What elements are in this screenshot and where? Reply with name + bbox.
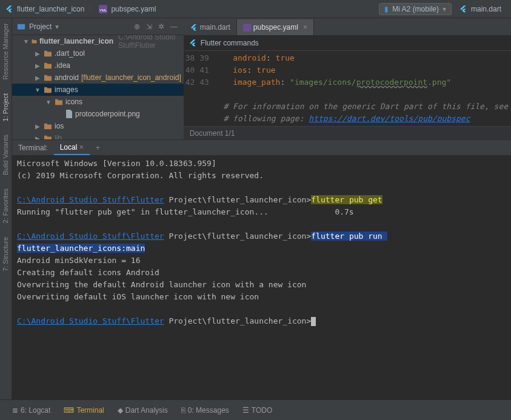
tree-root[interactable]: ▼flutter_launcher_iconC:\Android Studio … (12, 35, 184, 47)
project-view-icon (17, 22, 25, 31)
terminal-tab-label: Local (60, 143, 78, 152)
left-tab-favorites[interactable]: 2: Favorites (0, 184, 11, 228)
flutter-commands-label: Flutter commands (201, 39, 259, 47)
left-tool-window-bar: Resource Manager 1: Project Build Varian… (0, 18, 12, 399)
todo-icon: ☰ (242, 406, 249, 415)
flutter-icon (189, 39, 197, 47)
svg-rect-2 (18, 24, 25, 29)
main-area: Project ▾ ⊕ ⇲ ✲ — ▼flutter_launcher_icon… (12, 18, 511, 399)
editor-tab[interactable]: pubspec.yaml× (237, 19, 314, 35)
code-editor[interactable]: 38 39 40 41 42 43 android: true ios: tru… (184, 51, 511, 126)
project-view-dropdown[interactable]: Project (29, 22, 52, 31)
navigation-bar: flutter_launcher_icon 〉 YML pubspec.yaml… (0, 0, 511, 18)
upper-split: Project ▾ ⊕ ⇲ ✲ — ▼flutter_launcher_icon… (12, 18, 511, 139)
bottom-tab[interactable]: ⌨Terminal (58, 404, 110, 417)
terminal-tool-window: Terminal: Local × + Microsoft Windows [V… (12, 139, 511, 399)
breadcrumb-separator: 〉 (88, 4, 95, 14)
left-tab-build-variants[interactable]: Build Variants (0, 130, 11, 180)
project-tree[interactable]: ▼flutter_launcher_iconC:\Android Studio … (12, 35, 184, 139)
left-tab-project[interactable]: 1: Project (0, 88, 11, 126)
project-tool-window: Project ▾ ⊕ ⇲ ✲ — ▼flutter_launcher_icon… (12, 18, 184, 139)
phone-icon: ▮ (384, 5, 389, 13)
close-icon[interactable]: × (79, 143, 84, 152)
flutter-commands-bar[interactable]: Flutter commands (184, 35, 511, 51)
locate-icon[interactable]: ⊕ (133, 21, 141, 32)
tree-item[interactable]: ▶ios (12, 120, 184, 132)
tree-item[interactable]: ▼images (12, 84, 184, 96)
svg-text:YML: YML (99, 7, 107, 12)
terminal-tab-local[interactable]: Local × (54, 141, 90, 155)
settings-icon[interactable]: ✲ (157, 21, 165, 32)
terminal-output[interactable]: Microsoft Windows [Version 10.0.18363.95… (12, 155, 511, 399)
chevron-down-icon: ▾ (443, 5, 446, 13)
collapse-icon[interactable]: ⇲ (145, 21, 153, 32)
terminal-icon: ⌨ (64, 406, 74, 415)
editor-status-strip: Document 1/1 (184, 126, 511, 139)
breadcrumb-file[interactable]: pubspec.yaml (111, 5, 156, 13)
breadcrumb[interactable]: flutter_launcher_icon 〉 YML pubspec.yaml (5, 4, 379, 14)
left-tab-resource-manager[interactable]: Resource Manager (0, 18, 11, 85)
messages-icon: ⎘ (181, 406, 185, 415)
run-config-dropdown[interactable]: main.dart (454, 4, 506, 15)
tree-item[interactable]: ▶.idea (12, 59, 184, 72)
yaml-file-icon: YML (99, 5, 107, 13)
project-header: Project ▾ ⊕ ⇲ ✲ — (12, 18, 184, 35)
flutter-icon (5, 5, 13, 13)
breadcrumb-project[interactable]: flutter_launcher_icon (17, 5, 84, 13)
code-content[interactable]: android: true ios: true image_path: "ima… (214, 51, 511, 126)
bottom-tab[interactable]: ☰TODO (236, 404, 278, 417)
new-terminal-button[interactable]: + (90, 144, 106, 152)
editor-pane: main.dartpubspec.yaml× Flutter commands … (184, 18, 511, 139)
bottom-tab[interactable]: ≣6: Logcat (6, 404, 56, 417)
run-config-label: main.dart (471, 5, 501, 13)
svg-rect-3 (243, 24, 251, 32)
bottom-tab[interactable]: ◆Dart Analysis (112, 404, 174, 417)
editor-tab[interactable]: main.dart (184, 19, 237, 35)
terminal-title: Terminal: (12, 141, 54, 155)
document-counter: Document 1/1 (190, 129, 235, 138)
tree-item[interactable]: ▶android [flutter_launcher_icon_android] (12, 72, 184, 84)
device-selector-dropdown[interactable]: ▮ Mi A2 (mobile) ▾ (379, 3, 452, 15)
tree-item[interactable]: ▼icons (12, 96, 184, 108)
editor-tabs: main.dartpubspec.yaml× (184, 18, 511, 35)
bottom-tool-window-bar: ≣6: Logcat⌨Terminal◆Dart Analysis⎘0: Mes… (0, 399, 511, 420)
close-icon[interactable]: × (303, 23, 307, 32)
device-label: Mi A2 (mobile) (392, 5, 439, 13)
logcat-icon: ≣ (12, 406, 18, 415)
tree-item[interactable]: ▶lib (12, 132, 184, 139)
line-gutter: 38 39 40 41 42 43 (184, 51, 214, 126)
left-tab-structure[interactable]: 7: Structure (0, 232, 11, 276)
chevron-down-icon: ▾ (55, 22, 59, 31)
bottom-tab[interactable]: ⎘0: Messages (175, 404, 235, 417)
dart-icon: ◆ (118, 406, 123, 415)
hide-icon[interactable]: — (169, 21, 179, 32)
flutter-icon (459, 5, 467, 13)
tree-item[interactable]: protocoderpoint.png (12, 108, 184, 120)
terminal-tabs-bar: Terminal: Local × + (12, 139, 511, 155)
